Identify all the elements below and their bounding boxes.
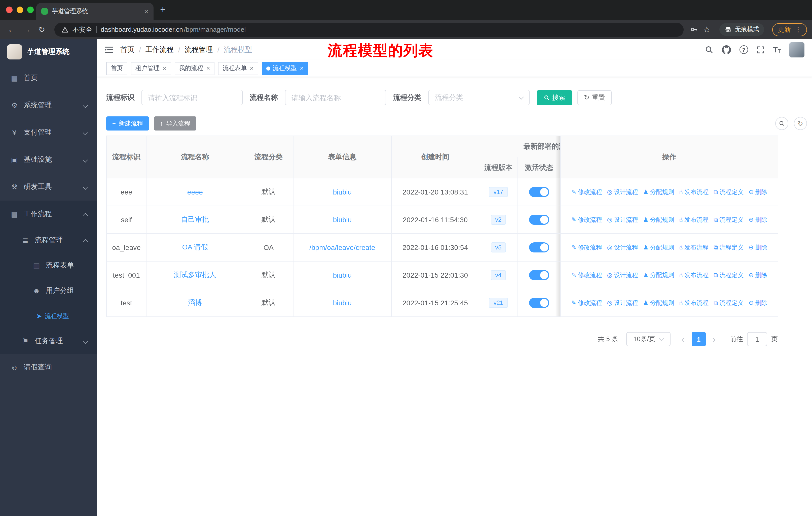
cell-form-link[interactable]: biubiu [293, 206, 392, 234]
prev-page-button[interactable]: ‹ [677, 335, 689, 344]
action-edit[interactable]: ✎修改流程 [571, 271, 602, 279]
forward-icon[interactable]: → [20, 25, 33, 34]
tab-my-process[interactable]: 我的流程× [174, 62, 214, 75]
sidebar-item-infrastructure[interactable]: ▣基础设施 [0, 146, 97, 173]
action-definition[interactable]: ⧉流程定义 [714, 271, 744, 279]
sidebar-item-home[interactable]: ▦首页 [0, 64, 97, 92]
sidebar-item-payment[interactable]: ¥支付管理 [0, 119, 97, 146]
action-publish[interactable]: ☝发布流程 [679, 215, 708, 224]
sidebar-item-process-mgmt[interactable]: ≣流程管理 [0, 228, 97, 253]
user-avatar[interactable] [789, 42, 805, 57]
tab-close-icon[interactable]: × [144, 7, 148, 15]
action-design[interactable]: ◎设计流程 [607, 299, 638, 307]
action-edit[interactable]: ✎修改流程 [571, 243, 602, 252]
tab-tenant-mgmt[interactable]: 租户管理× [131, 62, 171, 75]
action-design[interactable]: ◎设计流程 [607, 271, 638, 279]
active-toggle[interactable] [529, 242, 549, 252]
tab-home[interactable]: 首页 [106, 62, 127, 75]
window-close-button[interactable] [6, 6, 12, 13]
action-definition[interactable]: ⧉流程定义 [714, 215, 744, 224]
cell-process-name-link[interactable]: 滔博 [146, 289, 244, 317]
action-delete[interactable]: ⊖删除 [749, 271, 767, 279]
back-icon[interactable]: ← [5, 25, 18, 34]
address-bar[interactable]: 不安全 dashboard.yudao.iocoder.cn/bpm/manag… [54, 22, 684, 36]
active-toggle[interactable] [529, 298, 549, 308]
create-process-button[interactable]: + 新建流程 [106, 116, 149, 131]
action-delete[interactable]: ⊖删除 [749, 215, 767, 224]
bookmark-star-icon[interactable]: ☆ [700, 25, 713, 34]
process-id-input[interactable] [141, 90, 243, 105]
sidebar-item-leave-query[interactable]: ☺请假查询 [0, 354, 97, 381]
cell-form-link[interactable]: biubiu [293, 289, 392, 317]
window-minimize-button[interactable] [17, 6, 23, 13]
page-size-select[interactable]: 10条/页 [626, 332, 671, 346]
action-edit[interactable]: ✎修改流程 [571, 215, 602, 224]
action-delete[interactable]: ⊖删除 [749, 188, 767, 196]
cell-form-link[interactable]: /bpm/oa/leave/create [293, 234, 392, 262]
fullscreen-icon[interactable] [756, 46, 764, 54]
active-toggle[interactable] [529, 215, 549, 225]
search-icon[interactable] [704, 45, 713, 54]
hamburger-icon[interactable] [105, 46, 113, 53]
action-assign-rule[interactable]: ♟分配规则 [643, 215, 674, 224]
action-design[interactable]: ◎设计流程 [607, 215, 638, 224]
password-key-icon[interactable] [690, 25, 698, 34]
search-button[interactable]: 搜索 [536, 90, 572, 105]
kebab-menu-icon[interactable]: ⋮ [795, 26, 802, 33]
category-select[interactable]: 流程分类 [428, 90, 529, 105]
active-toggle[interactable] [529, 187, 549, 197]
current-page-button[interactable]: 1 [692, 332, 706, 346]
search-toggle-button[interactable] [775, 117, 788, 130]
tab-process-form[interactable]: 流程表单× [218, 62, 258, 75]
help-icon[interactable]: ? [739, 45, 748, 54]
import-process-button[interactable]: ↑ 导入流程 [154, 116, 196, 131]
breadcrumb-item-home[interactable]: 首页 [120, 45, 135, 54]
new-tab-button[interactable]: + [160, 4, 166, 15]
cell-process-name-link[interactable]: eeee [146, 179, 244, 206]
breadcrumb-item-process-mgmt[interactable]: 流程管理 [185, 45, 213, 54]
action-design[interactable]: ◎设计流程 [607, 188, 638, 196]
tab-close-icon[interactable]: × [206, 65, 210, 72]
cell-process-name-link[interactable]: 测试多审批人 [146, 262, 244, 289]
active-toggle[interactable] [529, 270, 549, 280]
sidebar-item-workflow[interactable]: ▤工作流程 [0, 200, 97, 228]
next-page-button[interactable]: › [709, 335, 720, 344]
goto-page-input[interactable] [747, 332, 767, 346]
action-delete[interactable]: ⊖删除 [749, 243, 767, 252]
cell-form-link[interactable]: biubiu [293, 262, 392, 289]
action-definition[interactable]: ⧉流程定义 [714, 243, 744, 252]
action-assign-rule[interactable]: ♟分配规则 [643, 188, 674, 196]
tab-process-model[interactable]: 流程模型× [262, 62, 308, 75]
action-definition[interactable]: ⧉流程定义 [714, 299, 744, 307]
action-assign-rule[interactable]: ♟分配规则 [643, 299, 674, 307]
tab-close-icon[interactable]: × [300, 65, 304, 72]
sidebar-item-task-mgmt[interactable]: ⚑任务管理 [0, 329, 97, 354]
reload-icon[interactable]: ↻ [35, 25, 48, 34]
action-edit[interactable]: ✎修改流程 [571, 299, 602, 307]
process-name-input[interactable] [285, 90, 386, 105]
font-size-icon[interactable]: TT [773, 45, 781, 54]
tab-close-icon[interactable]: × [250, 65, 254, 72]
action-definition[interactable]: ⧉流程定义 [714, 188, 744, 196]
update-button[interactable]: 更新 ⋮ [772, 23, 807, 36]
tab-close-icon[interactable]: × [163, 65, 166, 72]
action-edit[interactable]: ✎修改流程 [571, 188, 602, 196]
sidebar-item-process-form[interactable]: ▥流程表单 [0, 253, 97, 278]
cell-form-link[interactable]: biubiu [293, 179, 392, 206]
breadcrumb-item-workflow[interactable]: 工作流程 [145, 45, 174, 54]
action-assign-rule[interactable]: ♟分配规则 [643, 271, 674, 279]
cell-process-name-link[interactable]: OA 请假 [146, 234, 244, 262]
action-delete[interactable]: ⊖删除 [749, 299, 767, 307]
action-publish[interactable]: ☝发布流程 [679, 271, 708, 279]
action-assign-rule[interactable]: ♟分配规则 [643, 243, 674, 252]
github-icon[interactable] [722, 45, 731, 54]
cell-process-name-link[interactable]: 自己审批 [146, 206, 244, 234]
sidebar-item-system[interactable]: ⚙系统管理 [0, 92, 97, 119]
sidebar-item-process-model[interactable]: ➤流程模型 [2, 303, 77, 329]
reset-button[interactable]: ↻ 重置 [577, 90, 612, 105]
browser-tab[interactable]: 芋道管理系统 × [36, 3, 153, 20]
sidebar-item-user-group[interactable]: ☻用户分组 [0, 278, 97, 303]
refresh-button[interactable]: ↻ [794, 117, 807, 130]
action-publish[interactable]: ☝发布流程 [679, 188, 708, 196]
action-publish[interactable]: ☝发布流程 [679, 243, 708, 252]
